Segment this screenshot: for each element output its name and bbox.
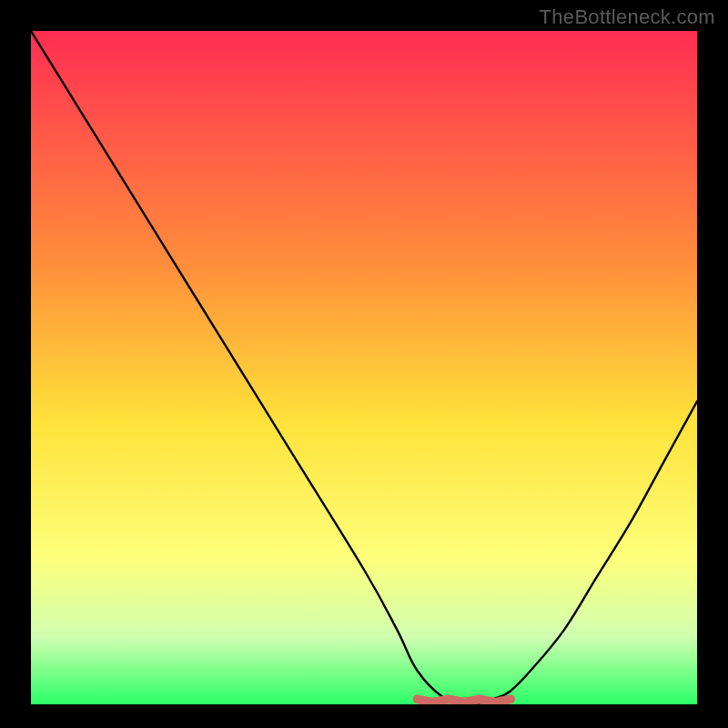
gradient-background (31, 31, 697, 704)
optimal-marker (418, 699, 511, 703)
bottleneck-chart (0, 0, 728, 728)
attribution-label: TheBottleneck.com (540, 5, 715, 29)
chart-frame: TheBottleneck.com (0, 0, 728, 728)
